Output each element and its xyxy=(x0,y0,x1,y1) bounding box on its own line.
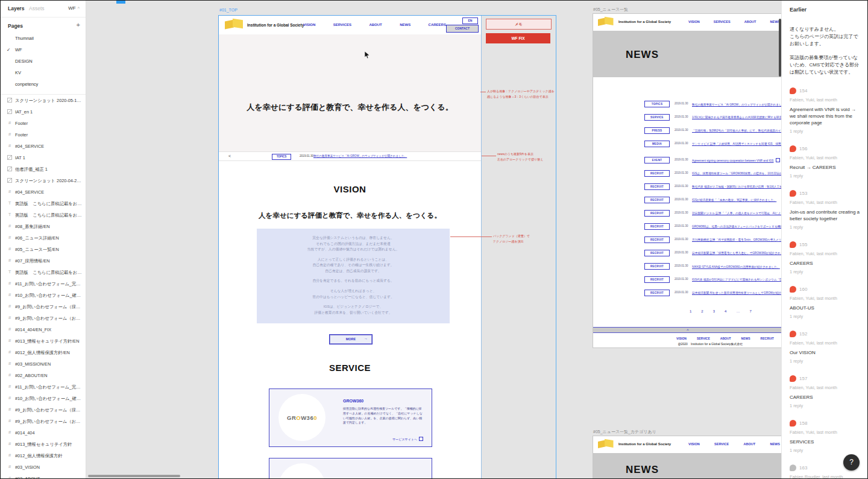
comment-pin-icon[interactable] xyxy=(790,465,796,471)
comment-reply-count[interactable]: 1 reply xyxy=(790,269,860,274)
layer-item[interactable]: ##013_情報セキュリテイ方針/EN xyxy=(1,335,86,347)
comment-reply-count[interactable]: 1 reply xyxy=(790,224,860,230)
nav-item-about[interactable]: ABOUT xyxy=(369,23,382,27)
comment-reply-count[interactable]: 1 reply xyxy=(790,403,860,408)
page-item-kv[interactable]: KV xyxy=(1,68,86,79)
comment-reply-count[interactable]: 1 reply xyxy=(790,314,860,319)
news-link[interactable]: GROW360は、社員への正当評価＆フィードバックをサポートする機能を7月10日… xyxy=(692,224,782,228)
comment-pin-icon[interactable] xyxy=(790,190,796,197)
artboard-news[interactable]: Institution for a Global Society VISIONS… xyxy=(593,14,782,347)
page-item-conpetency[interactable]: conpetency xyxy=(1,79,86,90)
footer-nav-item-recruit[interactable]: RECRUIT xyxy=(761,337,774,340)
layer-item[interactable]: ##03_VISION xyxy=(1,462,86,473)
layer-item[interactable]: T英語版 こちらに原稿記載をお願い... xyxy=(1,267,86,278)
layer-item[interactable]: ##03_MISSION/EN xyxy=(1,358,86,370)
news-link[interactable]: Agreement signing ceremony cooperation b… xyxy=(692,158,780,162)
layer-item[interactable]: ##012_個人情報保護方針/EN xyxy=(1,347,86,358)
nav-item-services[interactable]: SERVICES xyxy=(714,20,731,24)
layer-item[interactable]: ##04_SERVICE xyxy=(1,186,86,198)
service-card-grow360[interactable]: GROW360 GROW360 採用活動に効果的なAI適性検査ツールです。「積極… xyxy=(269,389,432,447)
comment-pin-icon[interactable] xyxy=(790,145,796,152)
nav-item-vision[interactable]: VISION xyxy=(688,20,700,24)
layer-item[interactable]: IAT 1 xyxy=(1,152,86,163)
comment-item[interactable]: 153Fabien, Yuki, last monthJoin-us and c… xyxy=(790,190,860,230)
layer-item[interactable]: ##08_募集詳細/EN xyxy=(1,221,86,232)
artboard-label-top[interactable]: #01_TOP xyxy=(219,8,237,12)
news-link[interactable]: 朝日新聞デジタル 記事「「人事」の個人差をデータで可視化 AIによる選考も」で紹… xyxy=(692,211,782,215)
nav-item-about[interactable]: ABOUT xyxy=(744,442,756,446)
comment-item[interactable]: 152Fabien, Yuki, last monthOur VISION1 r… xyxy=(790,331,860,364)
comment-item[interactable]: 154Fabien, Yuki, last monthAgreement wit… xyxy=(790,87,860,134)
page-number[interactable]: … xyxy=(736,309,740,313)
page-item-thumnail[interactable]: Thumnail xyxy=(1,33,86,45)
layer-item[interactable]: ##10_お問い合わせフォーム_確認画面... xyxy=(1,290,86,301)
ticker-link[interactable]: 弊社の教育事業サービス「Ai GROW」のウェブサイトが公開されました。 xyxy=(313,154,407,157)
artboard-top[interactable]: Institution for a Global Society VISIONS… xyxy=(219,16,481,479)
news-link[interactable]: 弊社の教育事業サービス「Ai GROW」のウェブサイトが公開されました。 xyxy=(692,102,782,106)
nav-item-vision[interactable]: VISION xyxy=(688,442,700,446)
artboard-news-categories[interactable]: Institution for a Global Society VISIONS… xyxy=(593,436,782,479)
news-link[interactable]: 「労政時報」第3962号の「10年後の人事部」にて、弊社代表福原のインタビュー記… xyxy=(692,128,782,132)
layer-item[interactable]: ##013_情報セキュリテイ方針 xyxy=(1,439,86,450)
tab-assets[interactable]: Assets xyxy=(29,5,45,11)
layer-item[interactable]: ##02_ABOUT xyxy=(1,473,86,479)
contact-button[interactable]: CONTACT xyxy=(446,25,479,33)
footer-nav-item-service[interactable]: SERVICE xyxy=(697,337,710,340)
comment-reply-count[interactable]: 1 reply xyxy=(790,448,860,453)
service-site-link[interactable]: サービスサイトへ xyxy=(392,437,423,441)
nav-item-about[interactable]: ABOUT xyxy=(744,20,756,24)
footer-nav-item-news[interactable]: NEWS xyxy=(741,337,750,340)
comment-reply-count[interactable]: 1 reply xyxy=(790,128,860,134)
service-card-aigrow[interactable]: Ai GROW xyxy=(269,458,432,479)
page-number[interactable]: 2 xyxy=(701,309,703,313)
layer-item[interactable]: IAT_en 1 xyxy=(1,106,86,118)
page-number[interactable]: 1 xyxy=(690,309,691,313)
layer-item[interactable]: #Footer xyxy=(1,118,86,129)
layer-item[interactable]: ##9_お問い合わせフォーム（採用応... xyxy=(1,404,86,416)
nav-item-careers[interactable]: CAREERS xyxy=(429,23,446,27)
comment-pin-icon[interactable] xyxy=(790,420,796,427)
news-link[interactable]: IGS代表 福原が3月14日にアブダビにて開催されるAIシンポジウム「Do Ne… xyxy=(692,278,782,281)
design-canvas[interactable]: #01_TOP Institution for a Global Society… xyxy=(86,1,782,479)
layer-item[interactable]: #Footer xyxy=(1,129,86,141)
page-number[interactable]: 3 xyxy=(713,309,715,313)
layer-item[interactable]: ##04_SERVICE xyxy=(1,141,86,152)
news-link[interactable]: 1/31(木)に開催される戸田市教育委員会との共同研究授業に関する研究会で弊社教… xyxy=(692,115,782,119)
more-button[interactable]: MORE → xyxy=(329,334,373,344)
comment-reply-count[interactable]: 1 reply xyxy=(790,173,860,179)
nav-item-news[interactable]: NEWS xyxy=(770,442,780,446)
comment-pin-icon[interactable] xyxy=(790,375,796,382)
comment-item[interactable]: 160Fabien, Yuki, last monthABOUT-US1 rep… xyxy=(790,286,860,319)
comment-reply-count[interactable]: 1 reply xyxy=(790,358,860,364)
help-button[interactable]: ? xyxy=(843,454,860,471)
layer-item[interactable]: ##07_採用情報/EN xyxy=(1,255,86,267)
add-page-button[interactable]: + xyxy=(77,21,80,28)
layer-item[interactable]: ##9_お問い合わせフォーム（採用応... xyxy=(1,301,86,312)
page-number[interactable]: 4 xyxy=(725,309,726,313)
layer-item[interactable]: ##9_お問い合わせフォーム（お問い... xyxy=(1,312,86,324)
page-item-wf[interactable]: ✓WF xyxy=(1,45,86,56)
comment-item[interactable]: 156Fabien, Yuki, last monthRecruit → CAR… xyxy=(790,145,860,179)
comment-pin-icon[interactable] xyxy=(790,87,796,94)
artboard-label-news[interactable]: #05_ニュース一覧 xyxy=(593,7,628,13)
layer-item[interactable]: ##11_お問い合わせフォーム_完了画面... xyxy=(1,278,86,290)
layer-item[interactable]: ##06_ニュース詳細/EN xyxy=(1,232,86,244)
layer-item[interactable]: ##012_個人情報保護方針 xyxy=(1,450,86,462)
comment-pin-icon[interactable] xyxy=(790,241,796,248)
layer-item[interactable]: ##014_404/EN_FIX xyxy=(1,324,86,335)
page-item-design[interactable]: DESIGN xyxy=(1,56,86,68)
news-link[interactable]: IGSが経済産業省「「未来の教室」実証事業」に採択されました。 xyxy=(692,198,776,201)
layer-item[interactable]: ##9_お問い合わせフォーム（お問い... xyxy=(1,416,86,427)
news-link[interactable]: サンケイビズ 記事「人材採用、AI活用でミスマッチを回避 IGS、採用適性検査の… xyxy=(692,142,782,145)
layer-item[interactable]: スクリーンショット 2020-05-13 18... xyxy=(1,95,86,106)
layer-item[interactable]: スクリーンショット 2020-04-27 19... xyxy=(1,175,86,186)
comment-pin-icon[interactable] xyxy=(790,286,796,293)
layer-item[interactable]: ##02_ABOUT/EN xyxy=(1,370,86,381)
nav-item-services[interactable]: SERVICES xyxy=(333,23,351,27)
horizontal-scrollbar[interactable] xyxy=(88,475,180,477)
layer-item[interactable]: ##014_404 xyxy=(1,427,86,439)
back-to-top-bar[interactable]: ^ xyxy=(593,327,782,333)
language-en-button[interactable]: EN xyxy=(462,17,478,24)
footer-nav-item-about[interactable]: ABOUT xyxy=(720,337,731,340)
page-switcher[interactable]: WF^ xyxy=(68,5,80,11)
